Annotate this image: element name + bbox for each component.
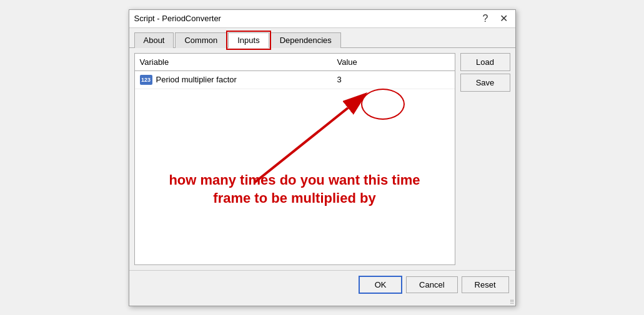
tab-about[interactable]: About: [134, 32, 174, 48]
tab-common[interactable]: Common: [175, 32, 227, 48]
save-button[interactable]: Save: [460, 74, 510, 92]
tab-dependencies[interactable]: Dependencies: [270, 32, 341, 48]
cancel-button[interactable]: Cancel: [406, 276, 457, 293]
resize-grip: ⠿: [129, 299, 515, 306]
reset-button[interactable]: Reset: [462, 276, 509, 293]
tab-inputs[interactable]: Inputs: [228, 32, 269, 48]
window-title: Script - PeriodConverter: [134, 14, 221, 23]
variable-name: Period multiplier factor: [156, 75, 337, 84]
ok-button[interactable]: OK: [359, 276, 402, 294]
close-button[interactable]: ✕: [497, 14, 510, 24]
bottom-bar: OK Cancel Reset: [129, 270, 515, 299]
variable-type-icon: 123: [140, 75, 152, 85]
side-buttons: Load Save: [460, 53, 510, 265]
col-variable-header: Variable: [140, 57, 337, 67]
annotation-area: how many times do you want this time fra…: [135, 89, 455, 226]
table-row: 123 Period multiplier factor 3: [135, 71, 455, 89]
tab-bar: About Common Inputs Dependencies: [129, 28, 515, 48]
help-button[interactable]: ?: [480, 14, 491, 24]
variable-value[interactable]: 3: [337, 75, 450, 84]
annotation-text: how many times do you want this time fra…: [151, 172, 438, 207]
load-button[interactable]: Load: [460, 53, 510, 71]
title-controls: ? ✕: [480, 14, 510, 24]
main-panel: Variable Value 123 Period multiplier fac…: [134, 53, 455, 265]
content-area: Variable Value 123 Period multiplier fac…: [129, 48, 515, 270]
col-value-header: Value: [337, 57, 450, 67]
dialog-window: Script - PeriodConverter ? ✕ About Commo…: [129, 9, 516, 306]
table-header: Variable Value: [135, 54, 455, 71]
title-bar: Script - PeriodConverter ? ✕: [129, 10, 515, 28]
